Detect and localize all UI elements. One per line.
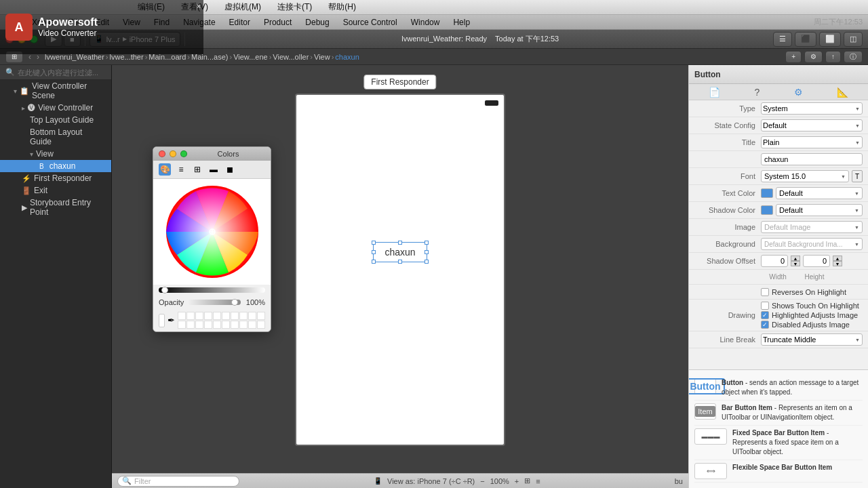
menu-view[interactable]: 查看(V) (178, 1, 211, 13)
breadcrumb-item-6[interactable]: View...oller (273, 53, 309, 61)
sidebar-item-view-controller-scene[interactable]: ▾ 📋 View Controller Scene (0, 80, 111, 102)
inspector-button[interactable]: ⓘ (844, 51, 863, 63)
breadcrumb-item-5[interactable]: View...ene (233, 53, 268, 61)
forward-button[interactable]: › (37, 52, 39, 62)
debug-area-toggle[interactable]: ⬛ (795, 32, 816, 47)
maximize-window-button[interactable] (30, 35, 38, 43)
rp-file-icon[interactable]: 📄 (709, 87, 720, 98)
current-color-swatch[interactable] (159, 314, 165, 327)
menu-find[interactable]: Find (151, 18, 172, 27)
shadow-color-dropdown[interactable]: Default ▼ (776, 204, 863, 216)
handle-bottomcenter[interactable] (398, 260, 402, 264)
breadcrumb-item-7[interactable]: View (314, 53, 330, 61)
swatch-cell[interactable] (248, 312, 256, 320)
highlighted-checkbox[interactable]: ✓ (761, 311, 769, 319)
menu-vm[interactable]: 虚拟机(M) (222, 1, 264, 13)
swatch-cell[interactable] (257, 321, 265, 329)
swatch-cell[interactable] (186, 312, 195, 320)
add-file-button[interactable]: + (785, 51, 802, 63)
color-crayon-tab[interactable]: ▬ (208, 163, 220, 176)
swatch-cell[interactable] (222, 321, 230, 329)
menu-file[interactable]: File (66, 18, 84, 27)
handle-midright[interactable] (425, 250, 429, 254)
run-button[interactable]: ▶ (45, 32, 62, 47)
shows-touch-checkbox[interactable] (761, 302, 769, 310)
rp-quick-icon[interactable]: ? (754, 87, 760, 98)
swatch-cell[interactable] (213, 312, 221, 320)
zoom-minus[interactable]: − (480, 477, 484, 485)
menu-edit-xcode[interactable]: Edit (92, 18, 112, 27)
sidebar-item-view[interactable]: ▾ View (0, 148, 111, 160)
brightness-slider[interactable] (159, 287, 265, 293)
type-select[interactable]: System (761, 102, 863, 115)
colors-close-btn[interactable] (159, 150, 165, 157)
handle-midleft[interactable] (372, 250, 376, 254)
handle-topright[interactable] (425, 241, 429, 245)
menu-connect[interactable]: 连接卡(T) (275, 1, 315, 13)
color-wheel[interactable] (165, 184, 260, 279)
stop-button[interactable]: ■ (64, 32, 81, 47)
handle-bottomright[interactable] (425, 260, 429, 264)
chaxun-button-label[interactable]: chaxun (384, 247, 415, 258)
back-button[interactable]: ‹ (28, 52, 31, 62)
breadcrumb-item-1[interactable]: lvwenrui_Weather (45, 53, 104, 61)
swatch-cell[interactable] (204, 312, 212, 320)
rp-size-icon[interactable]: 📐 (837, 87, 848, 98)
swatch-cell[interactable] (222, 312, 230, 320)
rp-attributes-icon[interactable]: ⚙ (794, 87, 803, 98)
menu-xcode[interactable]: Xcode (29, 18, 58, 27)
grid-icon[interactable]: ⊞ (524, 476, 530, 485)
reverse-checkbox[interactable] (761, 288, 769, 296)
color-sliders-tab[interactable]: ≡ (175, 163, 187, 176)
swatch-cell[interactable] (178, 312, 186, 320)
swatch-cell[interactable] (178, 321, 186, 329)
handle-bottomleft[interactable] (372, 260, 376, 264)
zoom-plus[interactable]: + (515, 477, 519, 485)
shadow-offset-h-input[interactable] (803, 255, 830, 267)
assistant-toggle[interactable]: ◫ (844, 32, 863, 47)
swatch-cell[interactable] (231, 312, 239, 320)
swatch-cell[interactable] (204, 321, 212, 329)
font-edit-button[interactable]: T (852, 170, 863, 182)
shadow-offset-h-up[interactable]: ▲ (833, 256, 842, 261)
watermark-close-button[interactable]: × (197, 3, 201, 10)
text-color-dropdown[interactable]: Default ▼ (776, 187, 863, 199)
shadow-offset-w-up[interactable]: ▲ (791, 256, 800, 261)
shadow-offset-h-down[interactable]: ▼ (833, 261, 842, 266)
breadcrumb-item-4[interactable]: Main...ase) (191, 53, 228, 61)
sidebar-item-bottom-layout[interactable]: Bottom Layout Guide (0, 126, 111, 148)
title-text-input[interactable] (761, 153, 863, 165)
menu-help-xcode[interactable]: Help (450, 18, 473, 27)
opacity-thumb[interactable] (231, 299, 238, 306)
close-window-button[interactable] (5, 35, 14, 43)
menu-edit[interactable]: 编辑(E) (135, 1, 167, 13)
state-select[interactable]: Default (761, 119, 863, 131)
menu-window[interactable]: Window (408, 18, 443, 27)
swatch-cell[interactable] (239, 312, 248, 320)
handle-topleft[interactable] (372, 241, 376, 245)
sidebar-item-view-controller[interactable]: ▸ 🅥 View Controller (0, 102, 111, 114)
menu-source-control[interactable]: Source Control (340, 18, 400, 27)
brightness-thumb[interactable] (161, 287, 168, 293)
sidebar-item-exit[interactable]: 🚪 Exit (0, 184, 111, 197)
settings-button[interactable]: ⚙ (804, 51, 823, 63)
colors-zoom-btn[interactable] (180, 150, 187, 157)
disabled-checkbox[interactable]: ✓ (761, 321, 769, 329)
handle-topcenter[interactable] (398, 241, 402, 245)
swatch-cell[interactable] (195, 312, 203, 320)
menu-debug[interactable]: Debug (302, 18, 332, 27)
opacity-slider[interactable] (188, 300, 241, 305)
swatch-cell[interactable] (231, 321, 239, 329)
swatch-cell[interactable] (248, 321, 256, 329)
menu-apple[interactable]: 🍎 (5, 18, 21, 27)
shadow-color-swatch[interactable] (761, 205, 773, 215)
layout-icon[interactable]: ≡ (536, 477, 540, 485)
image-dropdown[interactable]: Default Image ▼ (761, 221, 863, 233)
swatch-cell[interactable] (239, 321, 248, 329)
font-dropdown[interactable]: System 15.0 ▼ (761, 170, 849, 182)
share-button[interactable]: ↑ (825, 51, 841, 63)
first-responder-button[interactable]: First Responder (363, 75, 436, 89)
menu-view-xcode[interactable]: View (120, 18, 143, 27)
scheme-selector[interactable]: 📱 lv...r ▶ iPhone 7 Plus (90, 32, 180, 47)
sidebar-search-input[interactable] (18, 68, 111, 77)
